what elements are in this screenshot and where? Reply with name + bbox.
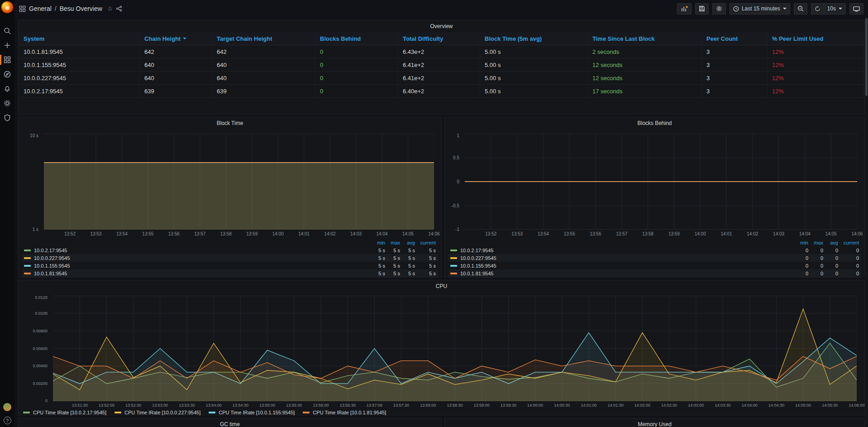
legend-stat-value: 0 bbox=[823, 271, 838, 276]
legend-series-name[interactable]: 10.0.2.17:9545 bbox=[460, 248, 793, 253]
legend-stat-value: 5 s bbox=[415, 263, 436, 269]
panel-title-cpu[interactable]: CPU bbox=[19, 280, 864, 291]
breadcrumb-dashboard-title[interactable]: Besu Overview bbox=[60, 5, 102, 12]
panel-title-gc-time[interactable]: GC time bbox=[19, 418, 441, 427]
x-tick-label: 14:01:00 bbox=[581, 403, 596, 408]
legend-stat-value: 0 bbox=[793, 255, 808, 261]
legend-row: 10.0.1.155:95455 s5 s5 s5 s bbox=[22, 262, 438, 269]
panel-title-memory-used[interactable]: Memory Used bbox=[445, 418, 864, 427]
cpu-legend: CPU Time IRate [10.0.2.17:9545]CPU Time … bbox=[23, 410, 386, 415]
panel-memory-used: Memory Used bbox=[444, 418, 865, 427]
column-header[interactable]: System bbox=[19, 32, 140, 45]
legend-item[interactable]: CPU Time IRate [10.0.2.17:9545] bbox=[23, 410, 106, 415]
add-panel-button[interactable] bbox=[677, 3, 692, 14]
legend-stat-column[interactable]: min bbox=[793, 240, 808, 245]
legend-item[interactable]: CPU Time IRate [10.0.0.227:9545] bbox=[114, 410, 200, 415]
legend-swatch-icon[interactable] bbox=[450, 265, 457, 267]
legend-stat-column[interactable]: current bbox=[838, 240, 859, 245]
x-tick-label: 14:03 bbox=[773, 231, 784, 236]
save-dashboard-button[interactable] bbox=[695, 3, 709, 14]
x-tick-label: 13:59:00 bbox=[474, 403, 490, 408]
column-header[interactable]: Blocks Behind bbox=[315, 32, 398, 45]
legend-series-name[interactable]: 10.0.0.227:9545 bbox=[34, 255, 370, 261]
dashboards-icon[interactable] bbox=[0, 55, 14, 65]
zoom-out-button[interactable] bbox=[794, 3, 807, 14]
legend-stat-value: 0 bbox=[808, 248, 823, 253]
legend-item[interactable]: CPU Time IRate [10.0.1.81:9545] bbox=[303, 410, 386, 415]
legend-swatch-icon[interactable] bbox=[24, 249, 31, 251]
table-cell: 12% bbox=[768, 58, 864, 71]
create-plus-icon[interactable] bbox=[0, 40, 14, 50]
legend-stats-header: minmaxavgcurrent bbox=[22, 239, 438, 246]
search-icon[interactable] bbox=[0, 26, 14, 36]
page-scrollbar[interactable] bbox=[865, 17, 868, 427]
legend-item[interactable]: CPU Time IRate [10.0.1.155:9545] bbox=[209, 410, 295, 415]
scrollbar-thumb[interactable] bbox=[865, 18, 868, 96]
legend-swatch-icon[interactable] bbox=[450, 273, 457, 274]
cpu-chart[interactable] bbox=[53, 296, 857, 401]
legend-swatch-icon[interactable] bbox=[450, 257, 457, 259]
alerting-bell-icon[interactable] bbox=[0, 84, 14, 94]
x-tick-label: 14:06 bbox=[428, 231, 439, 236]
share-icon[interactable] bbox=[116, 5, 122, 12]
legend-swatch-icon bbox=[114, 412, 121, 413]
explore-compass-icon[interactable] bbox=[0, 69, 14, 79]
panel-title-blocks-behind[interactable]: Blocks Behind bbox=[445, 117, 864, 128]
legend-swatch-icon[interactable] bbox=[24, 257, 31, 259]
legend-swatch-icon[interactable] bbox=[450, 249, 457, 251]
chevron-down-icon bbox=[839, 8, 842, 10]
legend-stat-column[interactable]: min bbox=[370, 240, 385, 245]
y-tick-label: 0 bbox=[457, 179, 459, 184]
panel-title-block-time[interactable]: Block Time bbox=[19, 117, 441, 128]
legend-series-name: CPU Time IRate [10.0.1.81:9545] bbox=[313, 410, 386, 415]
column-header[interactable]: Peer Count bbox=[702, 32, 768, 45]
legend-stat-column[interactable]: max bbox=[808, 240, 823, 245]
legend-stat-column[interactable]: max bbox=[385, 240, 400, 245]
legend-stat-value: 0 bbox=[823, 263, 838, 269]
legend-stats-header: minmaxavgcurrent bbox=[448, 239, 861, 246]
x-tick-label: 14:01 bbox=[720, 231, 732, 236]
column-header[interactable]: Total Difficulty bbox=[398, 32, 480, 45]
legend-row: 10.0.1.81:95455 s5 s5 s5 s bbox=[22, 269, 438, 277]
table-cell: 639 bbox=[140, 85, 212, 97]
dashboard-settings-button[interactable] bbox=[712, 3, 726, 14]
legend-series-name[interactable]: 10.0.1.81:9545 bbox=[34, 271, 370, 276]
refresh-interval-dropdown[interactable]: 10s bbox=[824, 3, 846, 14]
column-header[interactable]: Time Since Last Block bbox=[588, 32, 702, 45]
table-cell: 10.0.1.155:9545 bbox=[19, 58, 140, 71]
breadcrumb-folder[interactable]: General bbox=[29, 5, 52, 12]
x-tick-label: 13:52:00 bbox=[99, 403, 114, 408]
server-admin-shield-icon[interactable] bbox=[0, 113, 14, 123]
legend-series-name[interactable]: 10.0.1.155:9545 bbox=[460, 263, 793, 269]
user-avatar[interactable] bbox=[3, 403, 11, 411]
legend-series-name[interactable]: 10.0.0.227:9545 bbox=[460, 255, 793, 261]
legend-series-name[interactable]: 10.0.2.17:9545 bbox=[34, 248, 370, 253]
block-time-chart[interactable] bbox=[44, 134, 434, 230]
y-tick-label: 10 s bbox=[30, 133, 38, 138]
column-header[interactable]: % Peer Limit Used bbox=[768, 32, 864, 45]
legend-stat-column[interactable]: avg bbox=[400, 240, 415, 245]
blocks-behind-chart[interactable] bbox=[465, 134, 857, 230]
refresh-interval-label: 10s bbox=[827, 5, 836, 12]
configuration-gear-icon[interactable] bbox=[0, 98, 14, 108]
column-header[interactable]: Block Time (5m avg) bbox=[480, 32, 588, 45]
grafana-logo[interactable] bbox=[1, 1, 13, 13]
x-tick-label: 13:58:00 bbox=[420, 403, 436, 408]
column-header[interactable]: Chain Height bbox=[140, 32, 212, 45]
column-header[interactable]: Target Chain Height bbox=[212, 32, 315, 45]
legend-stat-column[interactable]: avg bbox=[823, 240, 838, 245]
table-cell: 10.0.1.81:9545 bbox=[19, 45, 140, 58]
legend-swatch-icon[interactable] bbox=[24, 265, 31, 267]
x-tick-label: 14:06:00 bbox=[849, 403, 864, 408]
panel-title-overview[interactable]: Overview bbox=[19, 20, 864, 31]
legend-series-name[interactable]: 10.0.1.81:9545 bbox=[460, 271, 793, 276]
legend-swatch-icon[interactable] bbox=[24, 273, 31, 274]
legend-series-name[interactable]: 10.0.1.155:9545 bbox=[34, 263, 370, 269]
refresh-button[interactable] bbox=[811, 3, 824, 14]
help-icon[interactable]: ? bbox=[4, 417, 11, 424]
star-icon[interactable]: ☆ bbox=[107, 5, 113, 12]
y-tick-label: 0.00600 bbox=[33, 346, 48, 351]
legend-stat-column[interactable]: current bbox=[415, 240, 436, 245]
time-range-picker[interactable]: Last 15 minutes bbox=[730, 3, 790, 14]
cycle-view-mode-button[interactable] bbox=[849, 3, 863, 14]
